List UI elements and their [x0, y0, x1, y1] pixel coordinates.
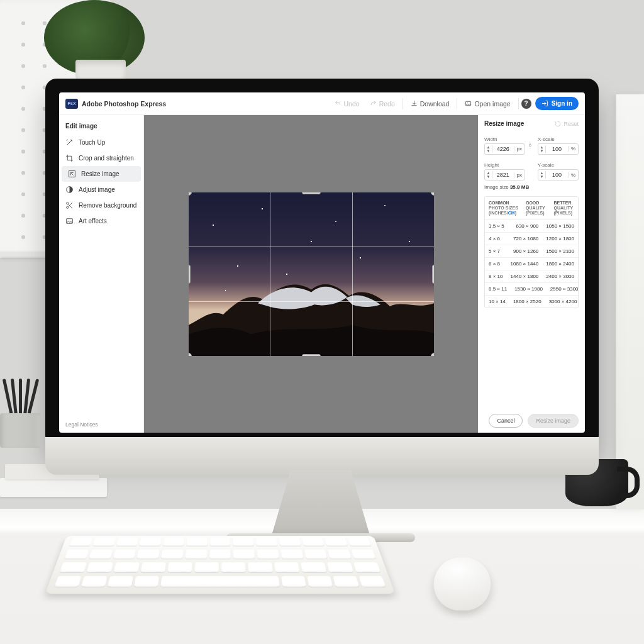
- undo-label: Undo: [344, 100, 360, 108]
- sidebar-item-touch-up[interactable]: Touch Up: [59, 135, 143, 150]
- sidebar-item-label: Remove background: [79, 202, 136, 209]
- redo-label: Redo: [379, 100, 395, 108]
- topbar: PsX Adobe Photoshop Express Undo Redo Do…: [59, 92, 585, 115]
- yscale-unit: %: [568, 172, 578, 178]
- open-image-icon: [465, 100, 472, 107]
- apply-resize-button[interactable]: Resize image: [528, 414, 579, 428]
- resize-handle-top[interactable]: [302, 192, 321, 194]
- download-icon: [411, 100, 418, 107]
- svg-rect-6: [67, 219, 73, 224]
- size-preset-row[interactable]: 6 × 81080 × 14401800 × 2400: [485, 257, 578, 270]
- keyboard: [45, 536, 396, 594]
- redo-button[interactable]: Redo: [365, 97, 400, 110]
- sign-in-label: Sign in: [552, 100, 572, 107]
- help-icon[interactable]: ?: [521, 99, 531, 109]
- size-presets-table: COMMON PHOTO SIZES (INCHES/CM) GOOD QUAL…: [484, 196, 579, 308]
- height-stepper[interactable]: ▲▼: [485, 171, 492, 179]
- width-input[interactable]: ▲▼ 4226 px: [484, 143, 525, 155]
- wand-icon: [65, 138, 74, 147]
- sidebar-item-resize[interactable]: Resize image: [62, 166, 141, 182]
- width-value: 4226: [492, 146, 514, 152]
- reset-label: Reset: [564, 121, 579, 127]
- resize-handle-left[interactable]: [189, 265, 191, 284]
- sidebar-item-remove-bg[interactable]: Remove background: [59, 197, 143, 213]
- adjust-icon: [65, 186, 74, 194]
- art-effects-icon: [65, 217, 74, 225]
- scissors-icon: [65, 201, 74, 209]
- xscale-stepper[interactable]: ▲▼: [538, 145, 546, 153]
- app-window: PsX Adobe Photoshop Express Undo Redo Do…: [59, 92, 585, 433]
- svg-point-5: [67, 206, 69, 208]
- open-image-label: Open image: [474, 100, 510, 108]
- desk-scene: PsX Adobe Photoshop Express Undo Redo Do…: [0, 0, 644, 644]
- col-common-sizes: COMMON PHOTO SIZES (INCHES/CM): [485, 197, 522, 219]
- canvas[interactable]: [144, 115, 478, 433]
- yscale-label: Y-scale: [538, 162, 579, 168]
- svg-point-4: [67, 203, 69, 204]
- reset-icon: [555, 121, 561, 127]
- yscale-stepper[interactable]: ▲▼: [538, 171, 546, 179]
- width-unit: px: [514, 146, 525, 152]
- sidebar-item-label: Art effects: [79, 218, 107, 225]
- image-size-readout: Image size 35.8 MB: [484, 184, 579, 190]
- sidebar-item-crop[interactable]: Crop and straighten: [59, 150, 143, 166]
- xscale-label: X-scale: [538, 136, 579, 142]
- lock-icon: [528, 142, 535, 149]
- download-button[interactable]: Download: [406, 97, 455, 110]
- xscale-value: 100: [546, 146, 568, 152]
- size-preset-row[interactable]: 10 × 141800 × 25203000 × 4200: [485, 295, 578, 308]
- height-input[interactable]: ▲▼ 2821 px: [484, 169, 525, 180]
- height-unit: px: [514, 172, 525, 178]
- panel-title: Resize image: [484, 120, 524, 127]
- size-preset-row[interactable]: 5 × 7900 × 12601500 × 2100: [485, 245, 578, 257]
- resize-handle-right[interactable]: [432, 265, 434, 284]
- resize-panel: Resize image Reset Width ▲▼ 4226: [478, 115, 585, 433]
- resize-icon: [68, 170, 76, 178]
- resize-handle-bottom[interactable]: [302, 354, 321, 356]
- app-logo-icon: PsX: [65, 99, 78, 109]
- undo-icon: [335, 100, 341, 107]
- size-preset-row[interactable]: 8.5 × 111530 × 19802550 × 3300: [485, 282, 578, 295]
- legal-notices-link[interactable]: Legal Notices: [65, 421, 98, 428]
- sidebar-item-label: Adjust image: [79, 186, 115, 193]
- undo-button[interactable]: Undo: [330, 97, 365, 110]
- imac-bezel: PsX Adobe Photoshop Express Undo Redo Do…: [45, 79, 599, 447]
- xscale-input[interactable]: ▲▼ 100 %: [538, 143, 579, 155]
- height-label: Height: [484, 162, 525, 168]
- cancel-button[interactable]: Cancel: [489, 414, 523, 428]
- sidebar-item-adjust[interactable]: Adjust image: [59, 182, 143, 197]
- imac-stand: [270, 470, 371, 540]
- mouse: [431, 557, 493, 610]
- col-good-quality: GOOD QUALITY (PIXELS): [522, 197, 550, 219]
- sign-in-icon: [541, 100, 548, 107]
- lamp: [616, 94, 644, 509]
- sidebar: Edit image Touch Up Crop and straighten …: [59, 115, 144, 433]
- yscale-input[interactable]: ▲▼ 100 %: [538, 169, 579, 180]
- open-image-button[interactable]: Open image: [460, 97, 515, 110]
- sidebar-item-art-effects[interactable]: Art effects: [59, 213, 143, 229]
- width-label: Width: [484, 136, 525, 142]
- col-better-quality: BETTER QUALITY (PIXELS): [550, 197, 578, 219]
- pencil-cup: [0, 385, 44, 448]
- size-preset-row[interactable]: 8 × 101440 × 18002400 × 3000: [485, 270, 578, 282]
- download-label: Download: [420, 100, 450, 108]
- yscale-value: 100: [546, 172, 568, 178]
- crop-icon: [65, 154, 74, 162]
- size-preset-row[interactable]: 3.5 × 5630 × 9001050 × 1500: [485, 219, 578, 232]
- sign-in-button[interactable]: Sign in: [535, 97, 579, 110]
- redo-icon: [370, 100, 377, 107]
- canvas-image[interactable]: [189, 192, 434, 356]
- sidebar-item-label: Touch Up: [79, 139, 105, 146]
- svg-point-1: [467, 103, 468, 103]
- sidebar-title: Edit image: [59, 120, 143, 135]
- app-name: Adobe Photoshop Express: [82, 100, 166, 108]
- aspect-lock[interactable]: [528, 131, 535, 160]
- width-stepper[interactable]: ▲▼: [485, 145, 492, 153]
- xscale-unit: %: [568, 146, 578, 152]
- sidebar-item-label: Crop and straighten: [79, 155, 134, 162]
- svg-rect-7: [529, 145, 531, 147]
- sidebar-item-label: Resize image: [81, 170, 119, 177]
- reset-button[interactable]: Reset: [555, 121, 579, 127]
- imac-chin: [45, 437, 599, 475]
- size-preset-row[interactable]: 4 × 6720 × 10801200 × 1800: [485, 232, 578, 245]
